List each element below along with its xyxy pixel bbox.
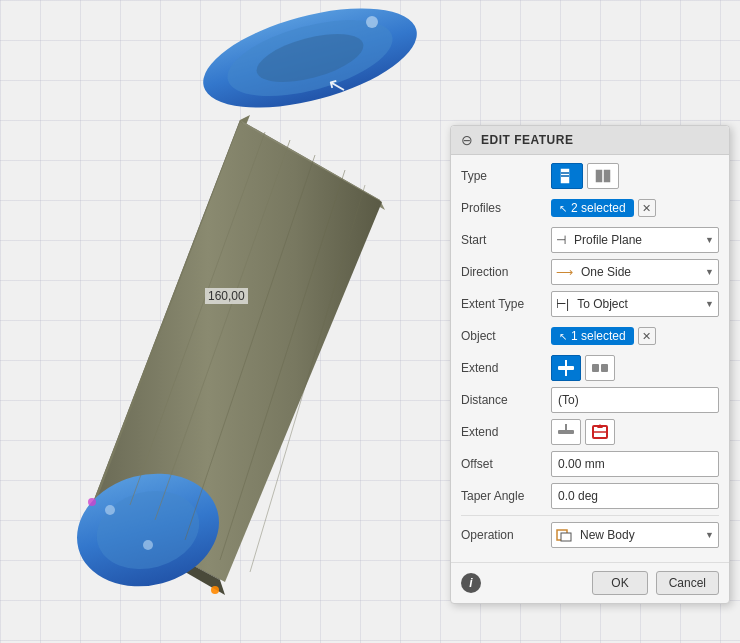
direction-value: One Side [581,265,631,279]
extend1-control [551,355,719,381]
profiles-clear-btn[interactable]: ✕ [638,199,656,217]
profiles-value: 2 selected [571,201,626,215]
direction-dropdown-arrow: ▼ [705,267,714,277]
taper-angle-row: Taper Angle [461,483,719,509]
profiles-pill[interactable]: ↖ 2 selected [551,199,634,217]
separator [461,515,719,516]
offset-input[interactable] [551,451,719,477]
operation-value: New Body [580,528,635,542]
extent-type-row: Extent Type ⊢| To Object ▼ [461,291,719,317]
svg-point-19 [211,586,219,594]
panel-footer: i OK Cancel [451,562,729,603]
start-dropdown-arrow: ▼ [705,235,714,245]
direction-control: ⟶ One Side ▼ [551,259,719,285]
object-pill[interactable]: ↖ 1 selected [551,327,634,345]
svg-rect-31 [558,430,574,434]
direction-label: Direction [461,265,551,279]
object-clear-btn[interactable]: ✕ [638,327,656,345]
svg-rect-25 [604,170,610,182]
start-row: Start ⊣ Profile Plane ▼ [461,227,719,253]
info-button[interactable]: i [461,573,481,593]
profiles-row: Profiles ↖ 2 selected ✕ [461,195,719,221]
panel-body: Type Profiles [451,155,729,562]
start-value: Profile Plane [574,233,642,247]
type-btn-1[interactable] [551,163,583,189]
panel-title: EDIT FEATURE [481,133,573,147]
extent-type-dropdown-arrow: ▼ [705,299,714,309]
operation-dropdown[interactable]: New Body ▼ [551,522,719,548]
distance-label: Distance [461,393,551,407]
object-row: Object ↖ 1 selected ✕ [461,323,719,349]
extend1-label: Extend [461,361,551,375]
svg-rect-29 [592,364,599,372]
profiles-control: ↖ 2 selected ✕ [551,199,719,217]
cancel-button[interactable]: Cancel [656,571,719,595]
minus-circle-icon: ⊖ [461,132,473,148]
measurement-label: 160,00 [205,288,248,304]
extend1-row: Extend [461,355,719,381]
extent-type-value: To Object [577,297,628,311]
type-row: Type [461,163,719,189]
profiles-label: Profiles [461,201,551,215]
edit-feature-panel: ⊖ EDIT FEATURE Type [450,125,730,604]
svg-point-13 [143,540,153,550]
svg-rect-30 [601,364,608,372]
footer-buttons: OK Cancel [592,571,719,595]
taper-angle-label: Taper Angle [461,489,551,503]
type-label: Type [461,169,551,183]
object-control: ↖ 1 selected ✕ [551,327,719,345]
operation-dropdown-arrow: ▼ [705,530,714,540]
operation-control: New Body ▼ [551,522,719,548]
extent-icon: ⊢| [556,297,569,311]
extend2-control [551,419,719,445]
ok-button[interactable]: OK [592,571,647,595]
start-control: ⊣ Profile Plane ▼ [551,227,719,253]
extent-type-dropdown[interactable]: ⊢| To Object ▼ [551,291,719,317]
distance-input[interactable] [551,387,719,413]
start-label: Start [461,233,551,247]
direction-dropdown[interactable]: ⟶ One Side ▼ [551,259,719,285]
new-body-icon [556,527,572,543]
plane-icon: ⊣ [556,233,566,247]
operation-label: Operation [461,528,551,542]
distance-row: Distance [461,387,719,413]
taper-angle-control [551,483,719,509]
panel-header: ⊖ EDIT FEATURE [451,126,729,155]
svg-rect-24 [596,170,602,182]
direction-row: Direction ⟶ One Side ▼ [461,259,719,285]
object-value: 1 selected [571,329,626,343]
svg-point-20 [88,498,96,506]
type-btn-2[interactable] [587,163,619,189]
offset-control [551,451,719,477]
extend2-label: Extend [461,425,551,439]
distance-control [551,387,719,413]
extend1-btn-2[interactable] [585,355,615,381]
svg-rect-26 [558,366,574,370]
taper-angle-input[interactable] [551,483,719,509]
cursor-icon: ↖ [559,203,567,214]
svg-point-12 [105,505,115,515]
extend1-btn-1[interactable] [551,355,581,381]
direction-icon: ⟶ [556,265,573,279]
svg-rect-37 [561,533,571,541]
extend2-btn-2[interactable] [585,419,615,445]
object-label: Object [461,329,551,343]
type-control [551,163,719,189]
extent-type-control: ⊢| To Object ▼ [551,291,719,317]
extent-type-label: Extent Type [461,297,551,311]
operation-row: Operation New Body ▼ [461,522,719,548]
object-cursor-icon: ↖ [559,331,567,342]
extend2-row: Extend [461,419,719,445]
extend2-btn-1[interactable] [551,419,581,445]
offset-row: Offset [461,451,719,477]
3d-shape: ↖ [0,0,450,643]
offset-label: Offset [461,457,551,471]
svg-point-8 [366,16,378,28]
start-dropdown[interactable]: ⊣ Profile Plane ▼ [551,227,719,253]
